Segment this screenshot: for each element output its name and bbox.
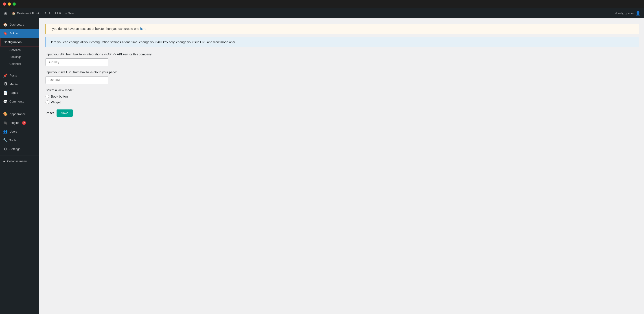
view-mode-radio-group: Book button Widget [46, 95, 638, 104]
radio-book-button[interactable] [46, 95, 49, 98]
users-icon: 👥 [3, 129, 8, 134]
sidebar-item-plugins[interactable]: 🔌 Plugins 2 [0, 118, 39, 127]
save-button[interactable]: Save [56, 109, 73, 117]
radio-widget[interactable] [46, 100, 49, 104]
sidebar-item-posts[interactable]: 📌 Posts [0, 71, 39, 80]
configuration-form: Input your API from bok.to -> Integratio… [45, 52, 638, 117]
sidebar-label-pages: Pages [10, 91, 18, 94]
sidebar-divider-3 [0, 155, 39, 155]
home-icon: 🏠 [12, 12, 16, 15]
admin-bar-new[interactable]: + New [65, 12, 74, 15]
sidebar-label-posts: Posts [10, 74, 17, 77]
radio-widget-label: Widget [51, 100, 61, 104]
comments-icon: 🗨 [55, 12, 58, 15]
warning-notice-text: If you do not have an account at bok.to,… [50, 27, 140, 30]
sidebar-item-settings[interactable]: ⚙ Settings [0, 145, 39, 153]
site-url-input[interactable] [46, 76, 108, 84]
sidebar-label-dashboard: Dashboard [10, 23, 24, 26]
radio-book-button-label: Book button [51, 95, 68, 98]
collapse-label: Collapse menu [7, 159, 27, 163]
admin-bar-site[interactable]: 🏠 Restaurant Pronto [12, 12, 40, 15]
admin-bar-comments[interactable]: 🗨 0 [55, 12, 61, 15]
collapse-menu[interactable]: ◀ Collapse menu [0, 157, 39, 165]
warning-notice: If you do not have an account at bok.to,… [45, 24, 638, 34]
comments-count: 0 [59, 12, 61, 15]
wp-logo-icon[interactable]: ⊞ [4, 10, 8, 16]
admin-bar: ⊞ 🏠 Restaurant Pronto ↻ 9 🗨 0 + New Howd… [0, 8, 644, 18]
posts-icon: 📌 [3, 73, 8, 78]
api-key-input[interactable] [46, 58, 108, 66]
dashboard-icon: 🏠 [3, 22, 8, 27]
sidebar-item-comments[interactable]: 💬 Comments [0, 97, 39, 106]
reset-button[interactable]: Reset [46, 110, 54, 116]
sidebar-item-users[interactable]: 👥 Users [0, 127, 39, 136]
sidebar-item-tools[interactable]: 🔧 Tools [0, 136, 39, 145]
sidebar-label-media: Media [10, 82, 18, 86]
services-label: Services [10, 48, 21, 52]
sidebar-item-dashboard[interactable]: 🏠 Dashboard [0, 20, 39, 29]
warning-notice-link[interactable]: here [140, 27, 146, 30]
api-key-label: Input your API from bok.to -> Integratio… [46, 52, 638, 56]
traffic-light-red[interactable] [3, 2, 6, 5]
sidebar-label-settings: Settings [10, 147, 20, 151]
radio-item-widget[interactable]: Widget [46, 100, 638, 104]
sidebar-sub-item-bookings[interactable]: Bookings [0, 53, 39, 60]
admin-bar-updates[interactable]: ↻ 9 [45, 12, 50, 15]
sidebar-sub-item-services[interactable]: Services [0, 46, 39, 53]
view-mode-label: Select a view mode: [46, 88, 638, 92]
comments-sidebar-icon: 💬 [3, 99, 8, 104]
sidebar-item-pages[interactable]: 📄 Pages [0, 88, 39, 97]
updates-icon: ↻ [45, 12, 48, 15]
site-url-label: Input your site URL from bok.to -> Go to… [46, 70, 638, 74]
avatar-icon: 👤 [636, 11, 640, 16]
traffic-light-yellow[interactable] [8, 2, 11, 5]
settings-icon: ⚙ [3, 147, 8, 151]
sidebar-item-media[interactable]: 🖼 Media [0, 80, 39, 88]
site-name: Restaurant Pronto [17, 12, 40, 15]
calendar-label: Calendar [10, 62, 21, 65]
main-layout: 🏠 Dashboard 🔖 Bok.to Configuration Servi… [0, 18, 644, 314]
radio-item-book-button[interactable]: Book button [46, 95, 638, 98]
plugins-badge: 2 [22, 121, 26, 125]
sidebar-label-tools: Tools [10, 139, 16, 142]
content-area: If you do not have an account at bok.to,… [39, 18, 644, 314]
button-row: Reset Save [46, 109, 638, 117]
configuration-label: Configuration [4, 40, 22, 44]
bokto-icon: 🔖 [3, 31, 8, 35]
sidebar-item-bokto[interactable]: 🔖 Bok.to [0, 29, 39, 38]
pages-icon: 📄 [3, 91, 8, 95]
bookings-label: Bookings [10, 55, 21, 58]
admin-bar-right: Howdy, grwprs 👤 [614, 11, 640, 16]
plugins-icon: 🔌 [3, 121, 8, 125]
sidebar-sub-item-calendar[interactable]: Calendar [0, 60, 39, 67]
sidebar-divider-2 [0, 108, 39, 108]
info-notice: Here you can change all your configurati… [45, 37, 638, 47]
sidebar-label-comments: Comments [10, 100, 24, 103]
sidebar: 🏠 Dashboard 🔖 Bok.to Configuration Servi… [0, 18, 39, 314]
sidebar-item-configuration[interactable]: Configuration [0, 38, 39, 46]
info-notice-text: Here you can change all your configurati… [50, 40, 235, 44]
sidebar-label-users: Users [10, 130, 17, 133]
media-icon: 🖼 [3, 82, 8, 86]
updates-count: 9 [49, 12, 50, 15]
sidebar-label-appearance: Appearance [10, 112, 26, 116]
new-label: + New [65, 12, 74, 15]
sidebar-label-plugins: Plugins [10, 121, 19, 124]
appearance-icon: 🎨 [3, 112, 8, 116]
sidebar-label-bokto: Bok.to [10, 32, 18, 35]
tools-icon: 🔧 [3, 138, 8, 142]
title-bar [0, 0, 644, 8]
traffic-light-green[interactable] [12, 2, 16, 5]
collapse-icon: ◀ [3, 159, 6, 163]
greeting-text: Howdy, grwprs [614, 12, 634, 15]
sidebar-item-appearance[interactable]: 🎨 Appearance [0, 110, 39, 118]
